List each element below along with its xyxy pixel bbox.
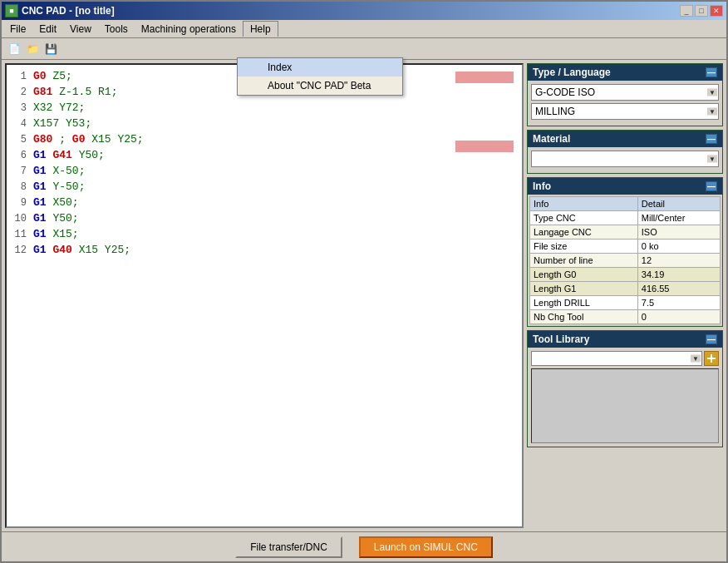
table-row: 4 X157 Y53; bbox=[7, 116, 522, 131]
app-icon: ■ bbox=[5, 4, 18, 17]
table-row: Length G1 416.55 bbox=[530, 282, 721, 296]
menu-view[interactable]: View bbox=[63, 22, 98, 37]
code-editor[interactable]: 1 G0 Z5; 2 G81 Z-1.5 R1; 3 bbox=[5, 63, 524, 528]
info-section: Info — Info Detail Type CNC bbox=[527, 177, 723, 327]
tool-search-wrapper bbox=[531, 351, 702, 366]
info-table: Info Detail Type CNC Mill/Center Langage… bbox=[529, 196, 721, 324]
material-collapse-btn[interactable]: — bbox=[706, 134, 717, 144]
tool-add-button[interactable] bbox=[704, 351, 719, 366]
detail-col-header: Detail bbox=[637, 197, 720, 211]
window-title: CNC PAD - [no title] bbox=[22, 5, 115, 17]
table-row: Length G0 34.19 bbox=[530, 268, 721, 282]
bottom-bar: File transfer/DNC Launch on SIMUL CNC bbox=[2, 531, 726, 561]
file-transfer-button[interactable]: File transfer/DNC bbox=[235, 536, 342, 558]
maximize-button[interactable]: □ bbox=[695, 5, 708, 17]
highlight-bar-2 bbox=[455, 141, 514, 152]
type-language-section: Type / Language — G-CODE ISO MILLING bbox=[527, 63, 723, 126]
title-bar: ■ CNC PAD - [no title] _ □ ✕ bbox=[2, 2, 726, 20]
material-section: Material — bbox=[527, 130, 723, 174]
wrench-icon bbox=[706, 353, 716, 363]
table-row: 6 G1 G41 Y50; bbox=[7, 147, 522, 163]
table-row: 8 G1 Y-50; bbox=[7, 179, 522, 195]
type-language-header: Type / Language — bbox=[528, 64, 722, 81]
menu-bar: File Edit View Tools Machining operation… bbox=[2, 20, 726, 38]
info-header: Info — bbox=[528, 178, 722, 195]
cnc-type-select[interactable]: G-CODE ISO bbox=[531, 84, 719, 101]
help-about-item[interactable]: About "CNC PAD" Beta bbox=[238, 77, 402, 95]
help-dropdown-menu: Index About "CNC PAD" Beta bbox=[237, 57, 403, 96]
toolbar-icon-1[interactable]: 📄 bbox=[5, 40, 23, 58]
svg-rect-1 bbox=[711, 354, 712, 363]
type-language-collapse-btn[interactable]: — bbox=[706, 67, 717, 77]
material-select-wrapper bbox=[531, 151, 719, 167]
table-row: File size 0 ko bbox=[530, 240, 721, 254]
material-header: Material — bbox=[528, 131, 722, 147]
tool-library-list[interactable] bbox=[531, 368, 719, 443]
tool-library-header: Tool Library — bbox=[528, 331, 722, 348]
toolbar-icon-2[interactable]: 📁 bbox=[23, 40, 42, 58]
cnc-subtype-select[interactable]: MILLING bbox=[531, 103, 719, 120]
table-row: 12 G1 G40 X15 Y25; bbox=[7, 242, 522, 258]
material-select[interactable] bbox=[531, 151, 719, 167]
minimize-button[interactable]: _ bbox=[680, 5, 693, 17]
table-row: 9 G1 X50; bbox=[7, 195, 522, 210]
tool-library-collapse-btn[interactable]: — bbox=[706, 334, 717, 344]
tool-library-section: Tool Library — bbox=[527, 330, 723, 447]
info-col-header: Info bbox=[530, 197, 638, 211]
tool-lib-controls bbox=[531, 351, 719, 366]
table-row: Length DRILL 7.5 bbox=[530, 296, 721, 310]
main-content: 1 G0 Z5; 2 G81 Z-1.5 R1; 3 bbox=[2, 60, 726, 531]
right-panel: Type / Language — G-CODE ISO MILLING bbox=[527, 60, 726, 531]
table-row: 10 G1 Y50; bbox=[7, 210, 522, 226]
tool-search-select[interactable] bbox=[531, 351, 702, 366]
info-collapse-btn[interactable]: — bbox=[706, 181, 717, 191]
type-language-body: G-CODE ISO MILLING bbox=[528, 81, 722, 126]
tool-library-body bbox=[528, 348, 722, 447]
toolbar-icon-3[interactable]: 💾 bbox=[42, 40, 60, 58]
menu-file[interactable]: File bbox=[3, 22, 32, 37]
table-row: Type CNC Mill/Center bbox=[530, 211, 721, 225]
cnc-subtype-wrapper: MILLING bbox=[531, 103, 719, 120]
menu-tools[interactable]: Tools bbox=[98, 22, 135, 37]
cnc-type-wrapper: G-CODE ISO bbox=[531, 84, 719, 101]
table-row: 3 X32 Y72; bbox=[7, 100, 522, 116]
help-index-item[interactable]: Index bbox=[238, 58, 402, 77]
table-row: 5 G80 ; G0 X15 Y25; bbox=[7, 131, 522, 147]
menu-edit[interactable]: Edit bbox=[32, 22, 63, 37]
menu-help[interactable]: Help bbox=[243, 21, 278, 37]
table-row: Langage CNC ISO bbox=[530, 225, 721, 240]
table-row: 7 G1 X-50; bbox=[7, 163, 522, 179]
menu-machining[interactable]: Machining operations bbox=[135, 22, 243, 37]
highlight-bar-1 bbox=[455, 72, 514, 83]
close-button[interactable]: ✕ bbox=[710, 5, 723, 17]
table-row: 11 G1 X15; bbox=[7, 226, 522, 242]
info-body: Info Detail Type CNC Mill/Center Langage… bbox=[528, 195, 722, 326]
table-row: Number of line 12 bbox=[530, 254, 721, 268]
material-body bbox=[528, 147, 722, 173]
table-row: Nb Chg Tool 0 bbox=[530, 310, 721, 324]
launch-simul-button[interactable]: Launch on SIMUL CNC bbox=[359, 536, 493, 558]
